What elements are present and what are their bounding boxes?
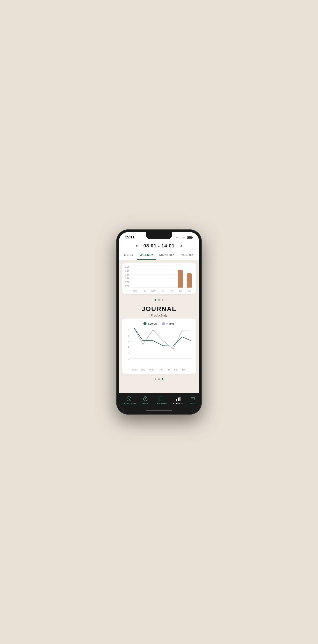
bar-sat bbox=[178, 270, 183, 288]
bars-row bbox=[131, 266, 194, 288]
bar-day-mon: Mon bbox=[132, 290, 139, 292]
legend-scores: Scores bbox=[144, 322, 156, 325]
x-label-tue: Tue bbox=[141, 368, 145, 371]
calendar-icon bbox=[158, 396, 164, 402]
dot-1-active bbox=[154, 299, 156, 301]
bar-chart: 0.2h 0.1h 0.1h 0.1h 0.0h 0.0h bbox=[124, 266, 194, 292]
svg-rect-35 bbox=[178, 398, 179, 401]
svg-rect-33 bbox=[160, 400, 161, 400]
svg-rect-36 bbox=[180, 396, 180, 401]
nav-label-timer: TIMER bbox=[142, 402, 149, 404]
prev-nav-arrow[interactable]: < bbox=[136, 244, 138, 248]
date-range: 08.01 - 14.01 bbox=[144, 243, 175, 249]
wifi-icon bbox=[182, 236, 186, 239]
scroll-content: 0.2h 0.1h 0.1h 0.1h 0.0h 0.0h bbox=[119, 260, 199, 393]
bar-day-sat: Sat bbox=[177, 290, 184, 292]
x-label-sun: Sun bbox=[182, 368, 186, 371]
nav-label-more: MORE bbox=[190, 402, 196, 404]
legend-dot-habits bbox=[162, 322, 165, 325]
nav-label-dashboard: DASHBOARD bbox=[122, 402, 136, 404]
x-axis: Mon Tue Wed Thu Fri Sat Sun bbox=[124, 368, 194, 371]
nav-label-reports: REPORTS bbox=[173, 402, 183, 404]
legend-scores-label: Scores bbox=[148, 322, 156, 325]
bar-day-sun: Sun bbox=[186, 290, 193, 292]
dot-2-active bbox=[162, 378, 164, 380]
bar-sun bbox=[187, 273, 192, 288]
nav-item-dashboard[interactable]: DASHBOARD bbox=[120, 395, 138, 405]
nav-item-reports[interactable]: REPORTS bbox=[171, 395, 185, 405]
page-indicator-1 bbox=[119, 297, 199, 303]
legend-habits-label: Habits bbox=[166, 322, 174, 325]
svg-text:0: 0 bbox=[128, 357, 129, 360]
y-label-5: 0.0h bbox=[124, 281, 130, 284]
x-label-fri: Fri bbox=[167, 368, 170, 371]
svg-rect-34 bbox=[176, 399, 177, 401]
tab-weekly[interactable]: WEEKLY bbox=[137, 251, 156, 260]
bar-day-labels: Mon Tue Wed Thu Fri Sat Sun bbox=[131, 290, 194, 292]
svg-rect-1 bbox=[192, 237, 193, 238]
header: < 08.01 - 14.01 > bbox=[119, 241, 199, 251]
habits-line bbox=[134, 328, 190, 349]
home-indicator bbox=[119, 410, 199, 412]
dashboard-icon bbox=[126, 396, 132, 402]
tab-yearly[interactable]: YEARLY bbox=[178, 251, 197, 260]
y-label-3: 0.1h bbox=[124, 274, 130, 276]
dot-2-2 bbox=[158, 378, 160, 380]
y-label-1: 0.2h bbox=[124, 266, 130, 268]
dot-2-1 bbox=[154, 378, 156, 380]
dot-1-3 bbox=[162, 299, 164, 301]
x-label-mon: Mon bbox=[132, 368, 137, 371]
next-nav-arrow[interactable]: > bbox=[180, 244, 182, 248]
svg-text:8: 8 bbox=[128, 334, 129, 337]
nav-item-calendar[interactable]: CALENDAR bbox=[153, 395, 169, 405]
timer-icon bbox=[142, 396, 148, 402]
signal-dots-icon: ···· bbox=[176, 236, 181, 239]
bar-day-thu: Thu bbox=[159, 290, 166, 292]
home-bar bbox=[146, 410, 172, 410]
y-label-6: 0.0h bbox=[124, 285, 130, 288]
phone-frame: 15:11 ···· < 08.01 - 14.01 > DAILY W bbox=[116, 230, 202, 414]
svg-line-23 bbox=[146, 399, 146, 400]
svg-rect-2 bbox=[188, 236, 192, 238]
tab-daily[interactable]: DAILY bbox=[122, 251, 136, 260]
bar-day-tue: Tue bbox=[141, 290, 148, 292]
y-label-4: 0.1h bbox=[124, 277, 130, 280]
svg-rect-30 bbox=[160, 399, 161, 400]
bar-chart-y-labels: 0.2h 0.1h 0.1h 0.1h 0.0h 0.0h bbox=[124, 266, 131, 292]
x-label-sat: Sat bbox=[174, 368, 178, 371]
svg-text:6: 6 bbox=[128, 340, 129, 343]
bar-col-sun bbox=[186, 273, 193, 288]
notch bbox=[146, 232, 172, 239]
svg-text:4: 4 bbox=[128, 346, 129, 348]
tabs: DAILY WEEKLY MONTHLY YEARLY bbox=[119, 251, 199, 260]
nav-item-more[interactable]: MORE bbox=[188, 395, 198, 405]
dot-1-2 bbox=[158, 299, 160, 301]
y-label-2: 0.1h bbox=[124, 270, 130, 272]
svg-rect-32 bbox=[160, 400, 160, 400]
more-icon bbox=[190, 396, 196, 402]
journal-subtitle: Productivity bbox=[119, 314, 199, 317]
journal-title: JOURNAL bbox=[119, 305, 199, 312]
section-title: JOURNAL bbox=[119, 303, 199, 314]
svg-text:10: 10 bbox=[126, 329, 129, 332]
chart-legend: Scores Habits bbox=[124, 322, 194, 325]
page-indicator-2 bbox=[119, 376, 199, 383]
line-chart-svg: 10 8 6 4 2 0 bbox=[124, 328, 194, 368]
bar-day-fri: Fri bbox=[168, 290, 175, 292]
legend-dot-scores bbox=[144, 322, 146, 325]
tab-monthly[interactable]: MONTHLY bbox=[156, 251, 178, 260]
battery-icon bbox=[187, 236, 193, 239]
bar-chart-card: 0.2h 0.1h 0.1h 0.1h 0.0h 0.0h bbox=[122, 262, 196, 294]
svg-rect-31 bbox=[162, 399, 162, 400]
status-time: 15:11 bbox=[125, 235, 134, 240]
svg-text:2: 2 bbox=[128, 352, 129, 354]
svg-line-20 bbox=[129, 399, 130, 400]
legend-habits: Habits bbox=[162, 322, 174, 325]
line-chart-container: 10 8 6 4 2 0 bbox=[124, 328, 194, 372]
nav-label-calendar: CALENDAR bbox=[155, 402, 167, 404]
svg-rect-29 bbox=[160, 399, 160, 400]
nav-item-timer[interactable]: TIMER bbox=[140, 395, 151, 405]
bar-col-sat bbox=[177, 270, 184, 288]
x-label-wed: Wed bbox=[149, 368, 154, 371]
bar-day-wed: Wed bbox=[150, 290, 157, 292]
